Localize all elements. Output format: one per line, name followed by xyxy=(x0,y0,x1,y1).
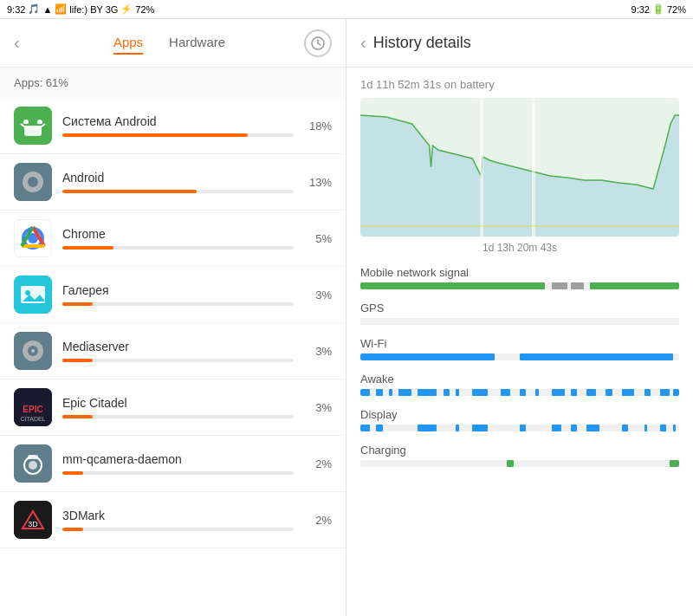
svg-point-9 xyxy=(28,177,38,187)
app-bar xyxy=(62,246,113,250)
app-info: Mediaserver xyxy=(62,340,294,362)
app-bar-container xyxy=(62,471,294,475)
app-bar xyxy=(62,471,83,475)
signal-bar-track xyxy=(360,389,679,396)
app-info: 3DMark xyxy=(62,509,294,531)
left-header: ‹ Apps Hardware xyxy=(0,19,346,68)
app-percent: 13% xyxy=(304,176,332,189)
status-time-left: 9:32 xyxy=(7,4,25,15)
signal-label: Mobile network signal xyxy=(360,266,679,279)
app-info: Система Android xyxy=(62,114,294,137)
app-name: Chrome xyxy=(62,227,294,241)
right-panel-title: History details xyxy=(373,34,471,52)
app-bar-container xyxy=(62,359,294,362)
app-item[interactable]: Система Android 18% xyxy=(0,98,346,154)
app-info: Галерея xyxy=(62,283,294,306)
app-item[interactable]: EPICCITADEL Epic Citadel 3% xyxy=(0,379,346,436)
app-name: Mediaserver xyxy=(62,340,294,353)
status-time-right: 9:32 xyxy=(631,4,650,15)
apps-summary-text: Apps: 61% xyxy=(14,76,68,89)
signal-segments xyxy=(360,318,679,325)
apps-list: Система Android 18% Android 13% Chrome 5… xyxy=(0,98,346,616)
app-name: Android xyxy=(62,171,294,185)
app-icon xyxy=(14,276,52,314)
svg-line-2 xyxy=(318,43,321,45)
app-bar-container xyxy=(62,190,294,193)
svg-rect-6 xyxy=(24,126,42,136)
battery-percent-right: 72% xyxy=(667,4,686,15)
back-button-left[interactable]: ‹ xyxy=(14,33,35,53)
bluetooth-icon: 🎵 xyxy=(28,3,40,15)
back-button-right[interactable]: ‹ xyxy=(360,33,366,53)
app-item[interactable]: Галерея 3% xyxy=(0,267,346,323)
app-bar-container xyxy=(62,302,294,306)
battery-time-label: 1d 11h 52m 31s on battery xyxy=(360,78,679,91)
signal-label: Awake xyxy=(360,373,679,386)
signal-label: Display xyxy=(360,408,679,421)
signal-segments xyxy=(360,425,679,431)
battery-chart xyxy=(360,98,679,237)
signal-segments xyxy=(360,389,679,396)
app-name: Epic Citadel xyxy=(62,396,294,410)
chart-duration-label: 1d 13h 20m 43s xyxy=(360,242,679,254)
signal-row: Mobile network signal xyxy=(360,266,679,289)
app-info: Chrome xyxy=(62,227,294,250)
app-percent: 3% xyxy=(304,401,332,414)
svg-text:3D: 3D xyxy=(28,520,38,528)
app-percent: 2% xyxy=(304,514,332,527)
app-item[interactable]: 3D 3DMark 2% xyxy=(0,492,346,548)
tab-apps[interactable]: Apps xyxy=(113,31,143,55)
signal-label: GPS xyxy=(360,302,679,314)
app-info: Epic Citadel xyxy=(62,396,294,418)
main-content: ‹ Apps Hardware Apps: 61% Система Androi… xyxy=(0,19,693,616)
app-percent: 18% xyxy=(304,120,332,133)
signal-bar-track xyxy=(360,282,679,289)
right-panel: ‹ History details 1d 11h 52m 31s on batt… xyxy=(346,19,693,616)
app-bar-container xyxy=(62,246,294,250)
app-name: Система Android xyxy=(62,114,294,128)
app-percent: 3% xyxy=(304,345,332,358)
signal-label: Charging xyxy=(360,444,679,457)
apps-summary: Apps: 61% xyxy=(0,68,346,98)
svg-text:CITADEL: CITADEL xyxy=(20,416,45,422)
signal-icon: 📶 xyxy=(55,3,67,15)
app-name: Галерея xyxy=(62,283,294,297)
signal-segments xyxy=(360,353,679,360)
app-item[interactable]: mm-qcamera-daemon 2% xyxy=(0,436,346,492)
app-bar-container xyxy=(62,415,294,418)
app-percent: 5% xyxy=(304,232,332,245)
signal-bar-track xyxy=(360,318,679,325)
status-bar-left: 9:32 🎵 ▲ 📶 life:) BY 3G ⚡ 72% xyxy=(7,3,154,15)
app-icon xyxy=(14,219,52,257)
app-icon xyxy=(14,163,52,201)
signals-container: Mobile network signal GPS Wi-Fi Awake Di xyxy=(360,266,679,467)
app-icon xyxy=(14,332,52,370)
app-bar xyxy=(62,528,83,531)
app-bar xyxy=(62,133,248,137)
status-bar-right: 9:32 🔋 72% xyxy=(631,3,686,15)
signal-bar-track xyxy=(360,425,679,431)
app-bar xyxy=(62,190,197,193)
clock-button[interactable] xyxy=(304,29,332,57)
app-item[interactable]: Chrome 5% xyxy=(0,211,346,267)
signal-label: Wi-Fi xyxy=(360,337,679,350)
signal-row: Charging xyxy=(360,444,679,467)
app-info: mm-qcamera-daemon xyxy=(62,452,294,475)
app-icon: 3D xyxy=(14,501,52,539)
svg-rect-27 xyxy=(28,455,38,459)
left-tabs: Apps Hardware xyxy=(35,31,304,55)
app-item[interactable]: Mediaserver 3% xyxy=(0,323,346,379)
svg-point-20 xyxy=(31,349,35,353)
tab-hardware[interactable]: Hardware xyxy=(169,31,225,55)
signal-row: Awake xyxy=(360,373,679,396)
signal-bar-track xyxy=(360,460,679,467)
app-bar xyxy=(62,415,93,418)
app-item[interactable]: Android 13% xyxy=(0,154,346,211)
battery-percent-left: 72% xyxy=(135,4,154,15)
app-bar xyxy=(62,359,93,362)
app-icon xyxy=(14,444,52,483)
app-percent: 2% xyxy=(304,457,332,470)
signal-bar-track xyxy=(360,353,679,360)
carrier-label: life:) BY 3G xyxy=(69,4,118,15)
app-info: Android xyxy=(62,171,294,193)
